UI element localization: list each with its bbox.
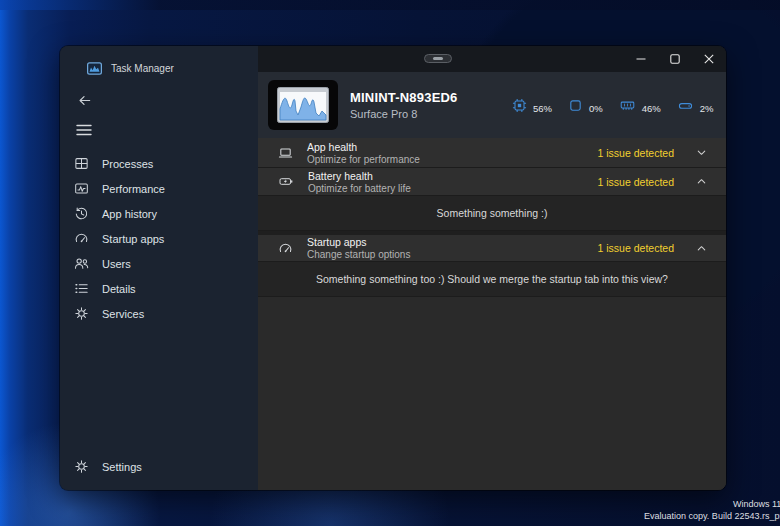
health-rows: App health Optimize for performance 1 is… [258,138,726,490]
stat-gpu: 0% [568,97,603,114]
issue-status-badge: 1 issue detected [598,147,674,159]
issue-status-badge: 1 issue detected [598,242,674,254]
app-title: Task Manager [60,60,258,76]
collapse-button[interactable] [688,242,714,255]
performance-graph-thumbnail-icon [277,87,329,123]
device-name: MININT-N893ED6 [350,90,500,105]
usage-stats: 56% 0% 46% [512,97,726,114]
health-row-startup-apps[interactable]: Startup apps Change startup options 1 is… [258,235,726,262]
sidebar-item-label: Performance [102,183,165,195]
expand-button[interactable] [688,146,714,159]
row-subtitle: Change startup options [307,249,410,260]
hamburger-icon [76,123,92,137]
sidebar-item-label: Settings [102,461,142,473]
device-model: Surface Pro 8 [350,108,500,120]
disk-usage-value: 2% [700,103,714,114]
cpu-usage-value: 56% [533,103,552,114]
memory-icon [619,98,636,113]
minimize-icon [636,54,646,64]
watermark-build: Evaluation copy. Build 22543.rs_prerelea… [644,511,780,521]
desktop-wallpaper: Task Manager Processes [0,0,780,526]
row-texts: Battery health Optimize for battery life [308,170,411,194]
row-subtitle: Optimize for battery life [308,183,411,194]
chevron-up-icon [695,242,708,255]
health-row-battery-health[interactable]: Battery health Optimize for battery life… [258,168,726,196]
issue-status-badge: 1 issue detected [598,176,674,188]
users-icon [74,256,89,271]
battery-health-expanded-content: Something something :) [258,196,726,231]
device-thumbnail [268,80,338,130]
sidebar-item-settings[interactable]: Settings [65,454,253,479]
sidebar-item-label: App history [102,208,157,220]
app-title-label: Task Manager [111,63,174,74]
gear-icon [74,459,89,474]
sidebar-item-label: Details [102,283,136,295]
sidebar-item-label: Startup apps [102,233,164,245]
startup-apps-expanded-content: Something something too :) Should we mer… [258,262,726,297]
disk-icon [677,98,694,113]
sidebar-item-users[interactable]: Users [65,251,253,276]
details-icon [74,281,89,296]
close-icon [704,54,714,64]
row-title: App health [307,141,420,153]
empty-content-area [258,297,726,490]
app-history-icon [74,206,89,221]
sidebar-item-details[interactable]: Details [65,276,253,301]
stat-cpu: 56% [512,97,552,114]
sidebar-item-startup-apps[interactable]: Startup apps [65,226,253,251]
services-icon [74,306,89,321]
main-panel: MININT-N893ED6 Surface Pro 8 56% [258,46,726,490]
row-texts: App health Optimize for performance [307,141,420,165]
sidebar-item-services[interactable]: Services [65,301,253,326]
sidebar-item-performance[interactable]: Performance [65,176,253,201]
battery-icon [278,174,294,189]
stat-memory: 46% [619,97,661,114]
processes-icon [74,156,89,171]
row-subtitle: Optimize for performance [307,154,420,165]
collapse-button[interactable] [688,175,714,188]
memory-usage-value: 46% [642,103,661,114]
drag-handle[interactable] [424,54,452,63]
sidebar-nav: Processes Performance App history [60,151,258,326]
chevron-up-icon [695,175,708,188]
gpu-usage-value: 0% [589,103,603,114]
close-button[interactable] [692,46,726,72]
gpu-icon [568,98,583,113]
laptop-icon [278,145,293,160]
stat-disk: 2% [677,97,714,114]
sidebar: Task Manager Processes [60,46,258,490]
watermark-edition: Windows 11 Pro [733,499,780,509]
drag-handle-dash [433,57,443,60]
sidebar-item-label: Processes [102,158,153,170]
gauge-icon [278,241,293,256]
device-header: MININT-N893ED6 Surface Pro 8 56% [258,72,726,138]
minimize-button[interactable] [624,46,658,72]
navigation-menu-button[interactable] [68,117,100,143]
sidebar-item-processes[interactable]: Processes [65,151,253,176]
task-manager-window: Task Manager Processes [60,46,726,490]
device-names: MININT-N893ED6 Surface Pro 8 [350,90,500,120]
performance-icon [74,181,89,196]
row-title: Startup apps [307,236,410,248]
sidebar-item-label: Users [102,258,131,270]
task-manager-logo-icon [87,61,102,76]
cpu-icon [512,98,527,113]
sidebar-item-label: Services [102,308,144,320]
titlebar [258,46,726,72]
health-row-app-health[interactable]: App health Optimize for performance 1 is… [258,138,726,168]
startup-apps-icon [74,231,89,246]
back-arrow-icon [77,93,92,108]
chevron-down-icon [695,146,708,159]
row-title: Battery health [308,170,411,182]
maximize-icon [670,54,680,64]
sidebar-item-app-history[interactable]: App history [65,201,253,226]
back-button[interactable] [69,89,99,111]
row-texts: Startup apps Change startup options [307,236,410,260]
maximize-button[interactable] [658,46,692,72]
